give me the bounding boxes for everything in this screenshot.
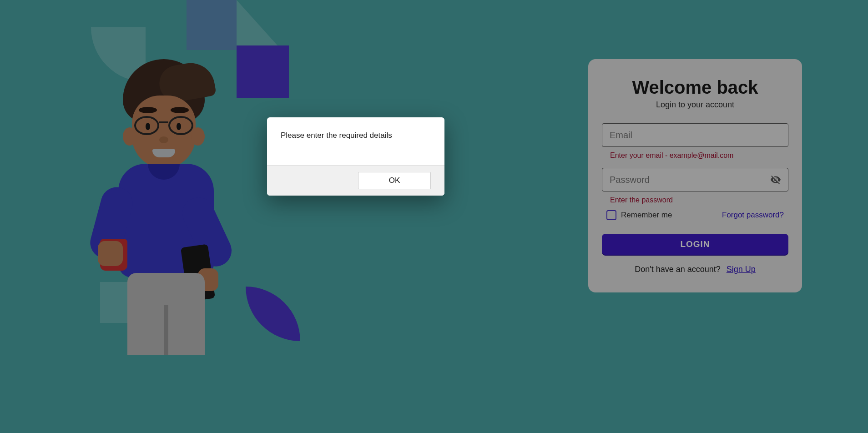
modal-ok-button[interactable]: OK [358, 172, 431, 189]
modal-overlay[interactable] [0, 0, 868, 433]
alert-modal: Please enter the required details OK [267, 117, 444, 196]
modal-message: Please enter the required details [267, 117, 444, 165]
